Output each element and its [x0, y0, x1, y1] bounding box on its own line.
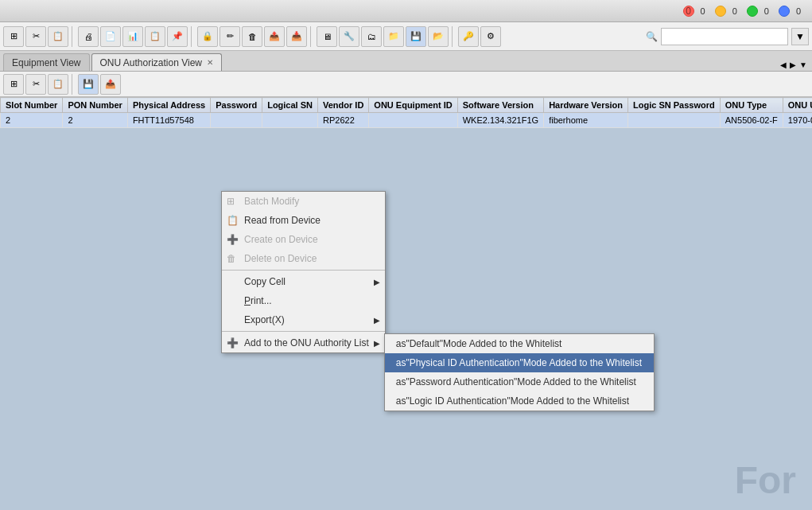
green-traffic-light[interactable]	[747, 6, 758, 17]
toolbar-btn-21[interactable]: 🔑	[458, 26, 479, 47]
toolbar-btn-10[interactable]: 🔒	[197, 26, 218, 47]
toolbar-btn-13[interactable]: 📤	[264, 26, 285, 47]
cell-uptime: 1970-01-04 17:57:37	[783, 113, 812, 128]
traffic-lights: 0 0 0 0 0	[683, 6, 806, 17]
tab-onu-auth-view[interactable]: ONU Authorization View ✕	[91, 53, 223, 71]
col-slot[interactable]: Slot Number	[1, 98, 63, 113]
sec-btn-3[interactable]: 📋	[48, 74, 68, 95]
toolbar-btn-new[interactable]: ⊞	[3, 26, 24, 47]
toolbar-btn-7[interactable]: 📊	[122, 26, 143, 47]
submenu-item-logic-id[interactable]: as"Logic ID Authentication"Mode Added to…	[385, 391, 654, 411]
toolbar-btn-9[interactable]: 📌	[167, 26, 188, 47]
toolbar-btn-11[interactable]: ✏	[220, 26, 240, 47]
sec-btn-2[interactable]: ✂	[25, 74, 46, 95]
data-table: Slot Number PON Number Physical Address …	[0, 97, 812, 128]
cell-hardware: fiberhome	[544, 113, 628, 128]
col-onutype[interactable]: ONU Type	[720, 98, 783, 113]
col-software[interactable]: Software Version	[457, 98, 543, 113]
tl-label-1: 0	[701, 6, 705, 16]
toolbar-btn-19[interactable]: 💾	[406, 26, 426, 47]
col-logicsn[interactable]: Logic SN Password	[628, 98, 721, 113]
menu-sep-2	[222, 331, 385, 332]
submenu-item-password[interactable]: as"Password Authentication"Mode Added to…	[385, 372, 654, 391]
yellow-traffic-light[interactable]	[715, 6, 726, 17]
submenu-item-physical-id[interactable]: as"Physical ID Authentication"Mode Added…	[385, 353, 654, 372]
menu-item-print[interactable]: Print...	[222, 291, 385, 310]
search-dropdown-button[interactable]: ▼	[791, 28, 809, 45]
cell-onutype: AN5506-02-F	[720, 113, 783, 128]
submenu-item-default[interactable]: as"Default"Mode Added to the Whitelist	[385, 334, 654, 353]
cell-logical	[262, 113, 318, 128]
col-pon[interactable]: PON Number	[63, 98, 127, 113]
toolbar-sep-1	[72, 26, 75, 47]
col-logical[interactable]: Logical SN	[262, 98, 318, 113]
toolbar-btn-16[interactable]: 🔧	[339, 26, 359, 47]
sec-btn-1[interactable]: ⊞	[3, 74, 24, 95]
cell-slot: 2	[1, 113, 63, 128]
blue-traffic-light[interactable]	[779, 6, 790, 17]
red-traffic-light[interactable]: 0	[683, 6, 694, 17]
toolbar-btn-8[interactable]: 📋	[145, 26, 165, 47]
toolbar-right: 🔍 ▼	[646, 28, 809, 45]
toolbar-btn-copy[interactable]: 📋	[48, 26, 68, 47]
sec-btn-4[interactable]: 💾	[78, 74, 99, 95]
tab-nav-down[interactable]: ▼	[798, 59, 809, 71]
tl-label-4: 0	[796, 6, 801, 16]
cell-pon: 2	[63, 113, 127, 128]
toolbar-btn-cut[interactable]: ✂	[25, 26, 46, 47]
menu-sep-1	[222, 270, 385, 271]
toolbar-btn-20[interactable]: 📂	[428, 26, 449, 47]
toolbar-btn-14[interactable]: 📥	[286, 26, 307, 47]
tl-label-3: 0	[764, 6, 769, 16]
red-light-label: 0	[686, 6, 691, 17]
sec-btn-5[interactable]: 📤	[100, 74, 121, 95]
toolbar-btn-15[interactable]: 🖥	[317, 26, 337, 47]
menu-item-export[interactable]: Export(X)	[222, 310, 385, 329]
create-device-icon: ➕	[227, 234, 239, 245]
toolbar-btn-18[interactable]: 📁	[383, 26, 404, 47]
menu-item-delete-on-device: 🗑 Delete on Device	[222, 249, 385, 268]
tab-bar: Equipment View ONU Authorization View ✕ …	[0, 51, 812, 72]
tab-equipment-view[interactable]: Equipment View	[3, 53, 90, 71]
toolbar-sep-2	[191, 26, 194, 47]
delete-device-icon: 🗑	[227, 253, 236, 264]
col-vendor[interactable]: Vendor ID	[318, 98, 369, 113]
tab-nav-prev[interactable]: ◀	[779, 59, 788, 71]
col-password[interactable]: Password	[211, 98, 262, 113]
cell-software: WKE2.134.321F1G	[457, 113, 543, 128]
toolbar-btn-17[interactable]: 🗂	[361, 26, 382, 47]
toolbar-btn-22[interactable]: ⚙	[480, 26, 501, 47]
menu-item-copy-cell[interactable]: Copy Cell	[222, 272, 385, 291]
toolbar-sep-3	[310, 26, 313, 47]
tl-label-2: 0	[732, 6, 737, 16]
tab-onu-auth-view-label: ONU Authorization View	[100, 57, 203, 68]
menu-item-read-from-device[interactable]: 📋 Read from Device	[222, 211, 385, 230]
tab-navigation: ◀ ▶ ▼	[779, 59, 812, 71]
main-toolbar: ⊞ ✂ 📋 🖨 📄 📊 📋 📌 🔒 ✏ 🗑 📤 📥 🖥 🔧 🗂 📁 💾 📂 🔑 …	[0, 22, 812, 51]
search-input[interactable]	[661, 28, 788, 45]
col-physical[interactable]: Physical Address	[127, 98, 210, 113]
submenu-onu-authority: as"Default"Mode Added to the Whitelist a…	[384, 333, 655, 411]
cell-vendor: RP2622	[318, 113, 369, 128]
cell-equipment	[369, 113, 457, 128]
table-row[interactable]: 2 2 FHTT11d57548 RP2622 WKE2.134.321F1G …	[1, 113, 813, 128]
tab-onu-auth-view-close[interactable]: ✕	[207, 58, 213, 67]
tab-equipment-view-label: Equipment View	[12, 57, 81, 68]
toolbar-btn-6[interactable]: 📄	[100, 26, 121, 47]
tab-nav-next[interactable]: ▶	[788, 59, 798, 71]
toolbar-btn-5[interactable]: 🖨	[78, 26, 99, 47]
col-equipment[interactable]: ONU Equipment ID	[369, 98, 457, 113]
menu-item-create-on-device: ➕ Create on Device	[222, 230, 385, 249]
col-uptime[interactable]: ONU Up Time	[783, 98, 812, 113]
cell-logicsn	[628, 113, 721, 128]
toolbar-sep-4	[452, 26, 455, 47]
main-area: Slot Number PON Number Physical Address …	[0, 97, 812, 510]
add-authority-icon: ➕	[227, 337, 239, 348]
menu-item-add-onu-authority[interactable]: ➕ Add to the ONU Authority List as"Defau…	[222, 333, 385, 352]
secondary-toolbar: ⊞ ✂ 📋 💾 📤	[0, 72, 812, 97]
watermark: For	[735, 458, 796, 502]
batch-modify-icon: ⊞	[227, 196, 235, 207]
col-hardware[interactable]: Hardware Version	[544, 98, 628, 113]
toolbar-btn-12[interactable]: 🗑	[242, 26, 262, 47]
read-device-icon: 📋	[227, 215, 239, 226]
